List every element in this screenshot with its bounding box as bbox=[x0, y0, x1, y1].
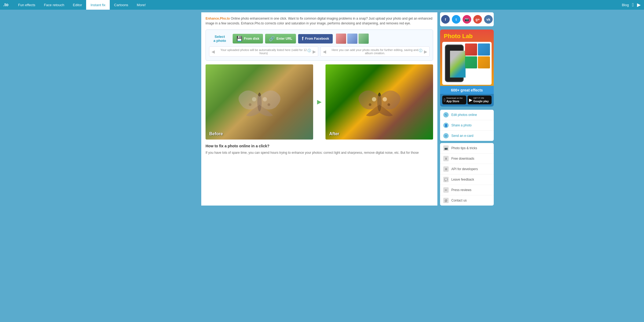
nav-more[interactable]: More! bbox=[133, 0, 150, 10]
photo-lab-ad: Photo Lab 600+ great effects  Do bbox=[440, 30, 494, 107]
hint-arrow-left[interactable]: ◀ bbox=[211, 49, 215, 54]
press-reviews-icon: ✏ bbox=[443, 187, 449, 193]
recent-photos bbox=[336, 34, 369, 44]
send-ecard-icon: ✈ bbox=[443, 133, 449, 138]
enter-url-button[interactable]: 🔗 Enter URL bbox=[265, 34, 296, 43]
press-reviews-link[interactable]: ✏ Press reviews bbox=[440, 185, 494, 195]
free-downloads-link[interactable]: ⬇ Free downloads bbox=[440, 153, 494, 164]
right-sidebar: f t 📷 g+ vk Photo Lab 600+ bbox=[437, 12, 496, 206]
edit-photos-label: Edit photos online bbox=[451, 113, 477, 117]
api-dev-link[interactable]: ⚙ API for developers bbox=[440, 164, 494, 174]
nav-editor[interactable]: Editor bbox=[69, 0, 86, 10]
phone-mockup bbox=[442, 42, 492, 85]
contact-us-label: Contact us bbox=[451, 199, 467, 202]
before-image-container: Before bbox=[206, 64, 313, 140]
recent-photo-3[interactable] bbox=[358, 34, 369, 44]
googleplus-social-icon[interactable]: g+ bbox=[473, 15, 482, 24]
recent-photo-1[interactable] bbox=[336, 34, 346, 44]
logo[interactable]: .to bbox=[3, 2, 9, 7]
hint-info-icon-1[interactable]: ⓘ bbox=[308, 48, 311, 53]
send-ecard-label: Send an e-card bbox=[451, 134, 473, 138]
from-facebook-label: From Facebook bbox=[305, 37, 329, 41]
description: Enhance.Pho.to Online photo enhancement … bbox=[206, 16, 433, 26]
free-downloads-label: Free downloads bbox=[451, 157, 474, 160]
photo-grid-cell-1 bbox=[465, 43, 477, 56]
before-label: Before bbox=[209, 131, 223, 136]
photo-grid-cell-2 bbox=[478, 43, 490, 56]
google-play-button[interactable]: ▶ GET IT ON Google play bbox=[467, 96, 492, 104]
nav-instant-fix[interactable]: Instant fix bbox=[86, 0, 110, 10]
after-image bbox=[325, 64, 433, 140]
app-store-button[interactable]:  Download on the App Store bbox=[442, 96, 466, 104]
url-icon: 🔗 bbox=[269, 36, 275, 42]
send-ecard-link[interactable]: ✈ Send an e-card bbox=[440, 131, 494, 141]
after-image-container: After bbox=[325, 64, 433, 140]
result-arrow-left[interactable]: ◀ bbox=[323, 49, 326, 54]
photo-lab-title: Photo Lab bbox=[440, 30, 494, 41]
nav-blog[interactable]: Blog bbox=[622, 3, 629, 7]
edit-photos-icon: ✎ bbox=[443, 112, 449, 118]
before-image bbox=[206, 64, 313, 140]
from-disk-button[interactable]: 💾 From disk bbox=[233, 34, 263, 43]
leave-feedback-label: Leave feedback bbox=[451, 178, 474, 181]
facebook-social-icon[interactable]: f bbox=[441, 15, 450, 24]
social-icons: f t 📷 g+ vk bbox=[440, 12, 494, 26]
phone-body bbox=[445, 45, 464, 82]
twitter-social-icon[interactable]: t bbox=[452, 15, 460, 24]
from-disk-label: From disk bbox=[244, 37, 259, 41]
hint-text-2: Here you can add your photo results for … bbox=[328, 48, 422, 55]
svg-point-4 bbox=[268, 103, 270, 106]
disk-icon: 💾 bbox=[236, 36, 242, 42]
hint-info-icon-2[interactable]: ⓘ bbox=[419, 48, 422, 53]
apple-icon[interactable]:  bbox=[632, 2, 634, 8]
how-to-section: How to fix a photo online in a click? If… bbox=[206, 144, 433, 155]
nav-cartoons[interactable]: Cartoons bbox=[110, 0, 133, 10]
butterfly-after-svg bbox=[353, 78, 406, 126]
photo-tips-label: Photo tips & tricks bbox=[451, 146, 477, 150]
contact-us-icon: @ bbox=[443, 198, 449, 203]
svg-point-9 bbox=[387, 103, 390, 106]
svg-point-2 bbox=[263, 97, 267, 101]
sidebar-links-bottom: 📷 Photo tips & tricks ⬇ Free downloads ⚙… bbox=[440, 143, 494, 206]
api-dev-label: API for developers bbox=[451, 167, 478, 171]
upload-area: Select a photo 💾 From disk 🔗 Enter URL f… bbox=[206, 30, 433, 61]
svg-point-6 bbox=[372, 97, 376, 101]
nav-fun-effects[interactable]: Fun effects bbox=[14, 0, 40, 10]
from-facebook-button[interactable]: f From Facebook bbox=[298, 34, 333, 43]
photo-grid-cell-4 bbox=[478, 56, 490, 68]
photo-tips-link[interactable]: 📷 Photo tips & tricks bbox=[440, 143, 494, 153]
svg-point-8 bbox=[369, 103, 371, 106]
sidebar-links-top: ✎ Edit photos online 👤 Share a photo ✈ S… bbox=[440, 110, 494, 141]
description-text: Online photo enhancement in one click. W… bbox=[206, 17, 432, 25]
nav-face-retouch[interactable]: Face retouch bbox=[40, 0, 69, 10]
select-photo-label: Select a photo bbox=[209, 35, 230, 43]
right-arrow-icon: ► bbox=[316, 98, 323, 106]
google-play-icon: ▶ bbox=[469, 97, 472, 103]
result-arrow-right[interactable]: ▶ bbox=[424, 49, 427, 54]
api-dev-icon: ⚙ bbox=[443, 166, 449, 172]
leave-feedback-icon: 💬 bbox=[443, 177, 449, 182]
share-photo-label: Share a photo bbox=[451, 123, 471, 127]
android-icon[interactable]: ▶ bbox=[637, 2, 641, 8]
svg-point-1 bbox=[252, 97, 256, 101]
photo-grid-cell-3 bbox=[465, 56, 477, 68]
instagram-social-icon[interactable]: 📷 bbox=[463, 15, 471, 24]
uploaded-photos-hint: ◀ Your uploaded photos will be automatic… bbox=[209, 46, 318, 57]
left-sidebar bbox=[148, 12, 201, 206]
butterfly-before-svg bbox=[233, 78, 286, 126]
leave-feedback-link[interactable]: 💬 Leave feedback bbox=[440, 174, 494, 185]
hint-arrow-right[interactable]: ▶ bbox=[313, 49, 316, 54]
contact-us-link[interactable]: @ Contact us bbox=[440, 195, 494, 206]
nav-right: Blog  ▶ bbox=[622, 2, 641, 8]
share-photo-link[interactable]: 👤 Share a photo bbox=[440, 120, 494, 131]
recent-photo-2[interactable] bbox=[347, 34, 357, 44]
before-after-section: Before ► bbox=[206, 64, 433, 140]
nav-items: Fun effects Face retouch Editor Instant … bbox=[14, 0, 622, 10]
brand-name: Enhance.Pho.to bbox=[206, 17, 230, 20]
edit-photos-link[interactable]: ✎ Edit photos online bbox=[440, 110, 494, 120]
main-content: Enhance.Pho.to Online photo enhancement … bbox=[201, 12, 437, 206]
how-to-title: How to fix a photo online in a click? bbox=[206, 144, 433, 148]
share-photo-icon: 👤 bbox=[443, 123, 449, 128]
vk-social-icon[interactable]: vk bbox=[484, 15, 493, 24]
phone-screen bbox=[450, 51, 466, 78]
